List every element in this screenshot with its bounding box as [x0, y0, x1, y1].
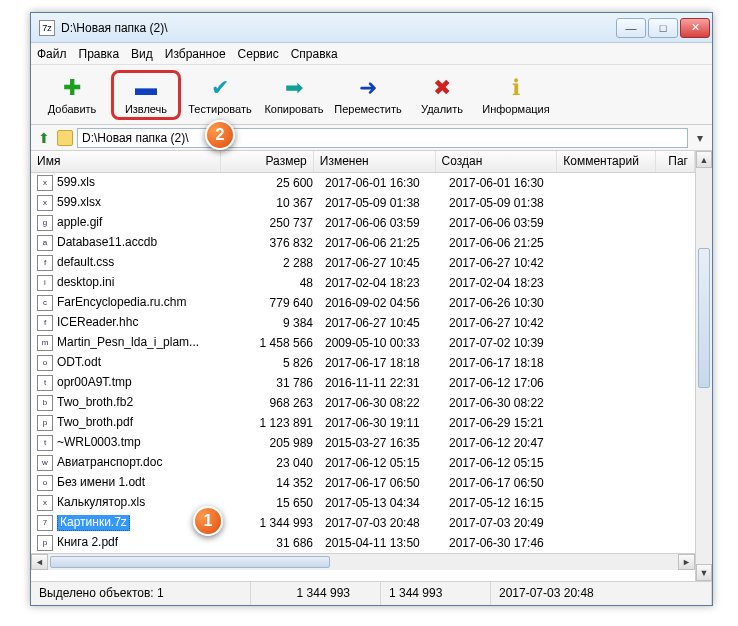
col-size[interactable]: Размер: [221, 151, 313, 172]
minimize-button[interactable]: —: [616, 18, 646, 38]
menu-help[interactable]: Справка: [291, 47, 338, 61]
file-modified: 2017-06-06 21:25: [319, 236, 443, 250]
file-row[interactable]: t~WRL0003.tmp205 9892015-03-27 16:352017…: [31, 433, 695, 453]
file-name: Martin_Pesn_lda_i_plam...: [57, 335, 199, 349]
file-name: apple.gif: [57, 215, 102, 229]
file-name: ICEReader.hhc: [57, 315, 138, 329]
toolbar: ✚ Добавить ▬ Извлечь ✔ Тестировать ➡ Коп…: [31, 65, 712, 125]
col-created[interactable]: Создан: [436, 151, 558, 172]
arrow-right-icon: ➡: [285, 75, 303, 101]
col-comment[interactable]: Комментарий: [557, 151, 655, 172]
file-row[interactable]: xКалькулятор.xls15 6502017-05-13 04:3420…: [31, 493, 695, 513]
file-row[interactable]: wАвиатранспорт.doc23 0402017-06-12 05:15…: [31, 453, 695, 473]
file-row[interactable]: fICEReader.hhc9 3842017-06-27 10:452017-…: [31, 313, 695, 333]
file-name: opr00A9T.tmp: [57, 375, 132, 389]
horizontal-scrollbar[interactable]: ◄ ►: [31, 553, 695, 570]
vertical-scrollbar[interactable]: ▲ ▼: [695, 151, 712, 581]
window-title: D:\Новая папка (2)\: [61, 21, 616, 35]
file-modified: 2017-06-01 16:30: [319, 176, 443, 190]
move-button[interactable]: ➜ Переместить: [333, 75, 403, 115]
file-created: 2017-05-12 16:15: [443, 496, 567, 510]
file-modified: 2017-06-30 08:22: [319, 396, 443, 410]
file-row[interactable]: pTwo_broth.pdf1 123 8912017-06-30 19:112…: [31, 413, 695, 433]
file-size: 31 686: [225, 536, 319, 550]
file-row[interactable]: mMartin_Pesn_lda_i_plam...1 458 5662009-…: [31, 333, 695, 353]
file-row[interactable]: x599.xlsx10 3672017-05-09 01:382017-05-0…: [31, 193, 695, 213]
check-icon: ✔: [211, 75, 229, 101]
file-size: 1 344 993: [225, 516, 319, 530]
file-row[interactable]: aDatabase11.accdb376 8322017-06-06 21:25…: [31, 233, 695, 253]
path-dropdown-icon[interactable]: ▾: [692, 131, 708, 145]
file-name: ODT.odt: [57, 355, 101, 369]
up-folder-icon[interactable]: ⬆: [35, 129, 53, 147]
maximize-button[interactable]: □: [648, 18, 678, 38]
file-modified: 2017-07-03 20:48: [319, 516, 443, 530]
file-row[interactable]: topr00A9T.tmp31 7862016-11-11 22:312017-…: [31, 373, 695, 393]
file-icon: m: [37, 335, 53, 351]
file-row[interactable]: cFarEncyclopedia.ru.chm779 6402016-09-02…: [31, 293, 695, 313]
file-row[interactable]: gapple.gif250 7372017-06-06 03:592017-06…: [31, 213, 695, 233]
scroll-left-icon[interactable]: ◄: [31, 554, 48, 570]
file-modified: 2009-05-10 00:33: [319, 336, 443, 350]
vscroll-thumb[interactable]: [698, 248, 710, 388]
path-input[interactable]: [77, 128, 688, 148]
file-created: 2017-05-09 01:38: [443, 196, 567, 210]
menu-view[interactable]: Вид: [131, 47, 153, 61]
file-row[interactable]: bTwo_broth.fb2968 2632017-06-30 08:22201…: [31, 393, 695, 413]
file-modified: 2016-09-02 04:56: [319, 296, 443, 310]
file-row[interactable]: 7Картинки.7z1 344 9932017-07-03 20:48201…: [31, 513, 695, 533]
file-icon: 7: [37, 515, 53, 531]
menu-favorites[interactable]: Избранное: [165, 47, 226, 61]
file-name: Database11.accdb: [57, 235, 157, 249]
file-name: default.css: [57, 255, 114, 269]
file-name: FarEncyclopedia.ru.chm: [57, 295, 186, 309]
titlebar: 7z D:\Новая папка (2)\ — □ ✕: [31, 13, 712, 43]
col-name[interactable]: Имя: [31, 151, 221, 172]
add-button[interactable]: ✚ Добавить: [37, 75, 107, 115]
app-icon: 7z: [39, 20, 55, 36]
file-row[interactable]: oБез имени 1.odt14 3522017-06-17 06:5020…: [31, 473, 695, 493]
col-folder[interactable]: Паг: [656, 151, 695, 172]
hscroll-thumb[interactable]: [50, 556, 330, 568]
scroll-right-icon[interactable]: ►: [678, 554, 695, 570]
scroll-down-icon[interactable]: ▼: [696, 564, 712, 581]
file-icon: a: [37, 235, 53, 251]
file-name: Авиатранспорт.doc: [57, 455, 162, 469]
status-selected: Выделено объектов: 1: [31, 582, 251, 605]
arrow-right-solid-icon: ➜: [359, 75, 377, 101]
file-row[interactable]: x599.xls25 6002017-06-01 16:302017-06-01…: [31, 173, 695, 193]
info-icon: ℹ: [512, 75, 520, 101]
file-row[interactable]: idesktop.ini482017-02-04 18:232017-02-04…: [31, 273, 695, 293]
file-name: Two_broth.pdf: [57, 415, 133, 429]
menu-tools[interactable]: Сервис: [238, 47, 279, 61]
x-icon: ✖: [433, 75, 451, 101]
file-created: 2017-06-26 10:30: [443, 296, 567, 310]
file-row[interactable]: pКнига 2.pdf31 6862015-04-11 13:502017-0…: [31, 533, 695, 553]
file-modified: 2017-06-27 10:45: [319, 256, 443, 270]
folder-icon: [57, 130, 73, 146]
delete-button[interactable]: ✖ Удалить: [407, 75, 477, 115]
extract-button[interactable]: ▬ Извлечь: [111, 70, 181, 120]
file-modified: 2017-06-27 10:45: [319, 316, 443, 330]
main-window: 7z D:\Новая папка (2)\ — □ ✕ Файл Правка…: [30, 12, 713, 606]
file-modified: 2016-11-11 22:31: [319, 376, 443, 390]
scroll-up-icon[interactable]: ▲: [696, 151, 712, 168]
file-icon: o: [37, 475, 53, 491]
copy-button[interactable]: ➡ Копировать: [259, 75, 329, 115]
file-created: 2017-06-30 08:22: [443, 396, 567, 410]
file-size: 10 367: [225, 196, 319, 210]
file-modified: 2017-06-17 06:50: [319, 476, 443, 490]
close-button[interactable]: ✕: [680, 18, 710, 38]
menu-file[interactable]: Файл: [37, 47, 67, 61]
file-modified: 2017-05-13 04:34: [319, 496, 443, 510]
menu-edit[interactable]: Правка: [79, 47, 120, 61]
file-created: 2017-06-12 05:15: [443, 456, 567, 470]
file-created: 2017-06-27 10:42: [443, 316, 567, 330]
col-modified[interactable]: Изменен: [314, 151, 436, 172]
file-row[interactable]: oODT.odt5 8262017-06-17 18:182017-06-17 …: [31, 353, 695, 373]
test-button[interactable]: ✔ Тестировать: [185, 75, 255, 115]
file-name: 599.xls: [57, 175, 95, 189]
file-row[interactable]: fdefault.css2 2882017-06-27 10:452017-06…: [31, 253, 695, 273]
file-size: 14 352: [225, 476, 319, 490]
info-button[interactable]: ℹ Информация: [481, 75, 551, 115]
